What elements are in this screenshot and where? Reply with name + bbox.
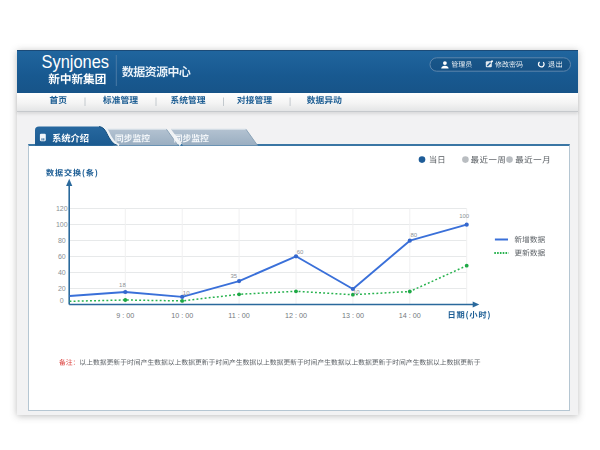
svg-text:20: 20 (58, 285, 66, 292)
svg-text:120: 120 (56, 205, 68, 212)
svg-text:13 : 00: 13 : 00 (342, 311, 364, 320)
svg-text:11 : 00: 11 : 00 (228, 311, 249, 320)
svg-text:10 : 00: 10 : 00 (171, 311, 193, 320)
svg-text:80: 80 (58, 237, 66, 244)
svg-text:10: 10 (353, 289, 360, 295)
svg-text:14 : 00: 14 : 00 (399, 311, 421, 320)
svg-text:12 : 00: 12 : 00 (285, 311, 307, 320)
svg-text:9 : 00: 9 : 00 (116, 311, 134, 320)
svg-text:100: 100 (459, 213, 470, 219)
svg-text:40: 40 (58, 269, 66, 276)
svg-text:Synjones: Synjones (42, 52, 110, 72)
svg-text:18: 18 (119, 282, 126, 288)
svg-text:100: 100 (56, 221, 68, 228)
svg-text:60: 60 (297, 249, 304, 255)
svg-text:35: 35 (230, 273, 237, 279)
svg-text:60: 60 (58, 253, 66, 260)
svg-text:10: 10 (183, 290, 190, 296)
svg-text:80: 80 (410, 232, 417, 238)
svg-text:0: 0 (60, 297, 64, 304)
